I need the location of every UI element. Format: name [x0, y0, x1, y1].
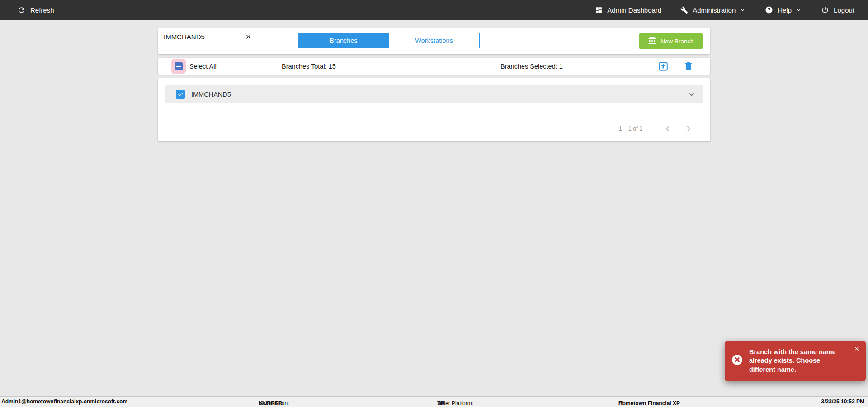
indeterminate-icon [176, 66, 181, 67]
search-panel: Branches Workstations New Branch [158, 28, 710, 54]
previous-page-button[interactable] [662, 123, 673, 134]
select-all-control: Select All [171, 58, 217, 75]
error-toast: Branch with the same name already exists… [725, 341, 866, 382]
new-branch-label: New Branch [660, 38, 694, 45]
upload-icon [658, 66, 669, 73]
delete-button[interactable] [683, 61, 694, 72]
refresh-label: Refresh [30, 6, 54, 14]
branches-list-panel: IMMCHAND5 1 – 1 of 1 [158, 78, 710, 141]
workstation-value: KURRER [259, 400, 282, 407]
toast-close-icon[interactable] [854, 346, 860, 353]
refresh-button[interactable]: Refresh [17, 6, 54, 14]
nav-administration-label: Administration [693, 6, 736, 14]
nav-administration[interactable]: Administration [680, 6, 746, 14]
logged-in-user: Admin1@hometownfinancialxp.onmicrosoft.c… [1, 398, 127, 405]
nav-admin-dashboard-label: Admin Dashboard [607, 6, 661, 14]
tab-branches[interactable]: Branches [298, 33, 389, 48]
teller-platform-value: XP [437, 400, 444, 407]
datetime-text: 3/23/25 10:52 PM [821, 398, 864, 405]
tab-workstations[interactable]: Workstations [389, 33, 479, 48]
help-icon [765, 6, 773, 14]
branches-selected-text: Branches Selected: 1 [500, 58, 563, 75]
page-range-text: 1 – 1 of 1 [619, 126, 642, 132]
pagination: 1 – 1 of 1 [619, 123, 694, 134]
topbar: Refresh Admin Dashboard Administration H… [0, 0, 868, 20]
check-icon [177, 91, 184, 98]
branch-checkbox[interactable] [176, 90, 185, 99]
bank-icon [648, 36, 656, 46]
refresh-icon [17, 6, 26, 14]
nav-logout-label: Logout [834, 6, 854, 14]
main-content: Branches Workstations New Branch Select … [0, 20, 868, 396]
chevron-down-icon [739, 7, 746, 14]
toast-message: Branch with the same name already exists… [749, 348, 842, 374]
power-icon [821, 6, 829, 14]
nav-admin-dashboard[interactable]: Admin Dashboard [595, 6, 661, 14]
nav-help[interactable]: Help [765, 6, 802, 14]
checkbox-ripple [171, 59, 186, 74]
branch-row[interactable]: IMMCHAND5 [165, 85, 703, 103]
chevron-right-icon [683, 123, 694, 134]
branch-name: IMMCHAND5 [191, 91, 231, 98]
nav-logout[interactable]: Logout [821, 6, 854, 14]
expand-chevron-icon[interactable] [687, 89, 697, 101]
branches-total-text: Branches Total: 15 [282, 58, 336, 75]
search-field [164, 33, 255, 43]
clear-search-icon[interactable] [244, 33, 252, 41]
wrench-icon [680, 6, 688, 14]
status-bar: Admin1@hometownfinancialxp.onmicrosoft.c… [0, 396, 868, 407]
error-icon [731, 354, 743, 368]
view-toggle: Branches Workstations [298, 33, 480, 48]
fi-value: Hometown Financial XP [618, 400, 680, 407]
nav-help-label: Help [778, 6, 792, 14]
search-input[interactable] [164, 33, 241, 41]
next-page-button[interactable] [683, 123, 694, 134]
dashboard-icon [595, 6, 603, 14]
new-branch-button[interactable]: New Branch [639, 33, 703, 49]
select-all-checkbox[interactable] [175, 62, 183, 70]
upload-button[interactable] [658, 61, 669, 72]
select-all-label: Select All [189, 63, 217, 70]
chevron-down-icon [795, 7, 802, 14]
trash-icon [683, 66, 694, 73]
selection-toolbar: Select All Branches Total: 15 Branches S… [158, 58, 710, 75]
chevron-left-icon [662, 123, 673, 134]
